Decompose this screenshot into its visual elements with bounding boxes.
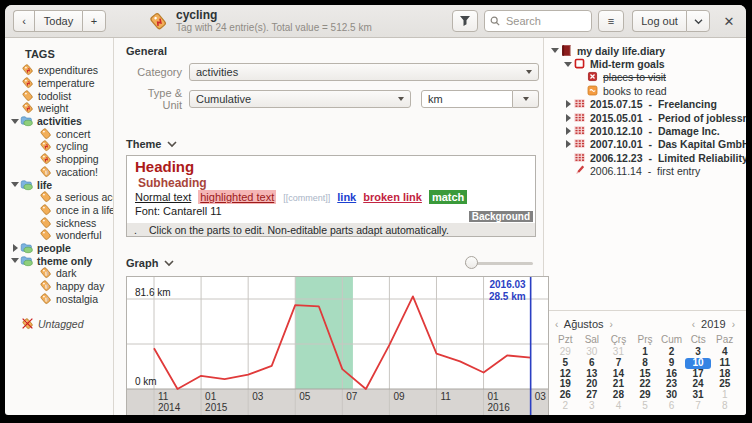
tag-item[interactable]: sickness <box>5 216 113 229</box>
theme-comment-sample[interactable]: [[comment]] <box>283 191 330 205</box>
tag-item[interactable]: wonderful <box>5 229 113 242</box>
tag-item[interactable]: dark <box>5 267 113 280</box>
expander-icon[interactable] <box>10 116 20 126</box>
theme-section-header[interactable]: Theme <box>126 138 539 150</box>
diary-tree-item[interactable]: places to visit <box>548 71 746 84</box>
tag-value-chart[interactable]: 81.6 km0 km11201401201503050709110120160… <box>126 276 549 415</box>
slider-knob[interactable] <box>465 256 478 269</box>
calendar-day[interactable]: 9 <box>658 358 685 369</box>
diary-tree-item[interactable]: 2006.12.23- Limited Reliability Co. <box>548 151 746 164</box>
expander-icon[interactable] <box>563 59 573 69</box>
expander-icon[interactable] <box>563 126 573 136</box>
today-button[interactable]: Today <box>34 10 82 32</box>
expander-icon[interactable] <box>10 256 20 266</box>
diary-tree-item[interactable]: 2015.07.15- Freelancing <box>548 98 746 111</box>
tag-item[interactable]: theme only <box>5 254 113 267</box>
calendar-day[interactable]: 5 <box>552 358 579 369</box>
theme-preview-box[interactable]: Heading Subheading Normal text highlight… <box>126 155 536 237</box>
expander-icon[interactable] <box>10 243 20 253</box>
close-button[interactable]: ✕ <box>720 14 738 29</box>
tag-item[interactable]: people <box>5 242 113 255</box>
category-dropdown[interactable]: activities <box>189 63 539 81</box>
type-dropdown[interactable]: Cumulative <box>189 90 411 108</box>
svg-text:11: 11 <box>440 391 451 402</box>
category-icon <box>20 254 33 267</box>
tag-item[interactable]: expenditures <box>5 64 113 77</box>
diary-tree-item[interactable]: 2010.12.10- Damage Inc. <box>548 124 746 137</box>
dropdown-arrow-icon <box>523 97 529 101</box>
calendar-day[interactable]: 5 <box>632 401 659 412</box>
expander-icon[interactable] <box>550 46 560 56</box>
expander-icon[interactable] <box>10 180 20 190</box>
tag-item[interactable]: cycling <box>5 140 113 153</box>
dropdown-arrow-icon <box>398 97 404 101</box>
calendar-day[interactable]: 4 <box>605 401 632 412</box>
graph-section-title[interactable]: Graph <box>126 257 174 269</box>
tag-item[interactable]: weight <box>5 102 113 115</box>
diary-tree-item[interactable]: Mid-term goals <box>548 57 746 70</box>
theme-heading-sample[interactable]: Heading <box>135 158 527 176</box>
theme-subheading-sample[interactable]: Subheading <box>135 176 527 190</box>
tag-item[interactable]: vacation! <box>5 166 113 179</box>
calendar-day[interactable]: 6 <box>579 358 606 369</box>
graph-canvas[interactable]: 81.6 km0 km11201401201503050709110120160… <box>126 276 549 415</box>
diary-tree-item[interactable]: 2007.10.01- Das Kapital GmbH <box>548 138 746 151</box>
diary-tree-item[interactable]: books to read <box>548 84 746 97</box>
tag-item[interactable]: a serious acco... <box>5 191 113 204</box>
tag-theme-icon <box>39 266 52 279</box>
filter-button[interactable] <box>452 10 478 32</box>
tags-panel-title: TAGS <box>5 48 113 60</box>
svg-text:09: 09 <box>393 391 405 402</box>
theme-link-sample[interactable]: link <box>337 190 356 204</box>
diary-tree-item[interactable]: 2006.11.14- first entry <box>548 165 746 178</box>
tag-item[interactable]: Untagged <box>5 318 113 331</box>
theme-normal-text-sample[interactable]: Normal text <box>135 190 191 204</box>
svg-text:11: 11 <box>158 391 169 402</box>
graph-zoom-slider[interactable] <box>465 256 533 270</box>
tag-item[interactable]: temperature <box>5 77 113 90</box>
tag-item[interactable]: life <box>5 178 113 191</box>
tag-item[interactable]: shopping <box>5 153 113 166</box>
tag-item[interactable]: activities <box>5 115 113 128</box>
calendar-day[interactable]: 7 <box>605 358 632 369</box>
calendar-day[interactable]: 8 <box>632 358 659 369</box>
diary-tree-item[interactable]: 2015.05.01- Period of joblessness and jo… <box>548 111 746 124</box>
calendar-day[interactable]: 7 <box>685 401 712 412</box>
calendar-day[interactable]: 6 <box>658 401 685 412</box>
theme-bullet-sample[interactable]: . <box>127 224 149 236</box>
theme-highlight-sample[interactable]: highlighted text <box>198 190 276 204</box>
back-button[interactable]: ‹ <box>13 10 34 32</box>
prev-month-button[interactable]: ‹ <box>552 319 561 330</box>
svg-text:03: 03 <box>252 391 264 402</box>
expander-icon[interactable] <box>563 113 573 123</box>
menu-button[interactable]: ≡ <box>598 10 624 32</box>
next-year-button[interactable]: › <box>729 319 738 330</box>
tag-item[interactable]: happy day <box>5 280 113 293</box>
calendar-day[interactable]: 2 <box>552 401 579 412</box>
unit-entry[interactable]: km <box>421 90 513 108</box>
add-entry-button[interactable]: + <box>82 10 106 32</box>
logout-button[interactable]: Log out <box>632 10 686 32</box>
expander-icon[interactable] <box>563 139 573 149</box>
search-box[interactable] <box>484 10 592 32</box>
theme-match-sample[interactable]: match <box>429 190 467 204</box>
prev-year-button[interactable]: ‹ <box>689 319 698 330</box>
tag-item[interactable]: nostalgia <box>5 292 113 305</box>
tag-item[interactable]: once in a lifeti... <box>5 204 113 217</box>
search-input[interactable] <box>504 14 578 28</box>
next-month-button[interactable]: › <box>607 319 616 330</box>
calendar-day[interactable]: 10 <box>685 358 712 369</box>
diary-tree-item[interactable]: my daily life.diary <box>548 44 746 57</box>
calendar-day[interactable]: 3 <box>579 401 606 412</box>
logout-dropdown-button[interactable] <box>686 10 710 32</box>
expander-icon[interactable] <box>563 99 573 109</box>
calendar-day[interactable]: 11 <box>711 358 738 369</box>
theme-broken-link-sample[interactable]: broken link <box>363 190 422 204</box>
tag-chart-icon <box>21 76 34 89</box>
tag-item[interactable]: concert <box>5 127 113 140</box>
cursor-value-label: 28.5 km <box>489 291 526 302</box>
unit-dropdown-button[interactable] <box>513 90 539 108</box>
tag-item[interactable]: todolist <box>5 89 113 102</box>
theme-background-chip[interactable]: Background <box>469 211 533 222</box>
calendar-day[interactable]: 8 <box>711 401 738 412</box>
